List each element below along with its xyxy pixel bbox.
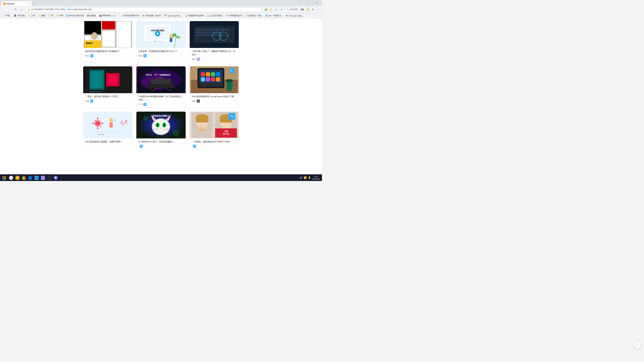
app-icon-mv: Ps	[144, 103, 146, 106]
forward-button[interactable]: →	[8, 7, 12, 12]
extensions-button[interactable]: 🧩	[264, 7, 268, 12]
course-thumbnail-ipad: Ps	[190, 66, 239, 93]
tab-close-button[interactable]: ✕	[28, 3, 30, 5]
taskbar-premiere[interactable]: Pr	[40, 175, 46, 181]
back-button[interactable]: ←	[1, 7, 6, 12]
favorite-button-mondrian[interactable]: ☆	[128, 54, 130, 57]
course-meta-icon: ☆	[85, 145, 130, 148]
course-card-jaw[interactable]: → Ps 干掉 双下巴 「Ps教程」摄影师是如何干掉双下巴的？	[190, 112, 239, 150]
svg-point-93	[115, 122, 116, 122]
course-info-mondrian: 如何快速实现蒙德里安几何抽象风？ 初级 Ps ☆	[83, 48, 132, 59]
svg-point-85	[97, 118, 98, 119]
search-icon: 🔍	[286, 8, 289, 11]
course-card-mondrian[interactable]: 蒙德里安 如何快速实现蒙德里安几何抽象风？ 初级 Ps ☆	[83, 21, 132, 62]
download-icon[interactable]: ⬇	[310, 7, 315, 12]
course-card-bilibili[interactable]: B站封面的秘密	[136, 21, 186, 62]
address-input[interactable]: 🔒 北京我也爱你们科技有限公司官方网站 https://www.doyoudo.…	[26, 7, 262, 12]
refresh-button[interactable]: ↻	[14, 7, 18, 12]
course-card-icon[interactable]: · free icon 200+新冠疫情主题图标，免费可商用！ ☆	[83, 112, 132, 150]
course-thumbnail-jaw: → Ps 干掉 双下巴	[190, 112, 239, 138]
active-tab[interactable]: d doyoudo ✕	[1, 1, 32, 6]
tray-clock[interactable]: 4:16 2020/6/21	[312, 175, 320, 180]
app-icon-caption: Pr	[197, 58, 200, 61]
taskbar-discord[interactable]: 💬	[53, 175, 59, 181]
site-name: 北京我也爱你们科技有限公司官方网站	[31, 8, 65, 10]
bookmark-item-10[interactable]: 🍉 西瓜视频 · 头条号	[141, 14, 162, 18]
search-box[interactable]: 🔍 在此搜索	[285, 7, 299, 12]
password-icon[interactable]: 🔑	[305, 7, 310, 12]
bookmark-item-14[interactable]: 📍 IP高精度定位IP	[224, 14, 244, 18]
course-meta-caption: 初级 Pr ☆	[192, 57, 237, 61]
bookmark-item-1[interactable]: 📱 手机书签	[12, 14, 26, 18]
level-badge-caption: 初级	[192, 58, 196, 60]
course-card-design[interactable]: DESIGN THEORY 「理论」提升设计质量的 5 个技巧 初级 Ps ☆	[83, 66, 132, 108]
settings-icon[interactable]: ⋯	[316, 7, 321, 12]
new-tab-button[interactable]: +	[32, 2, 36, 6]
close-button[interactable]: ✕	[313, 1, 321, 5]
taskbar-edge[interactable]: e	[27, 175, 33, 181]
bookmark-item-0[interactable]: ☆ 书签	[1, 14, 11, 18]
bookmark-button[interactable]: ☆	[274, 7, 279, 12]
bookmark-item-3[interactable]: 📁 破解	[37, 14, 46, 18]
music-icon-9: ♪	[120, 14, 122, 17]
favorite-button-caption[interactable]: ☆	[234, 57, 237, 61]
bookmark-item-7[interactable]: 💾 城通盘	[86, 14, 98, 18]
favorite-button-cat[interactable]: ☆	[181, 145, 184, 148]
bookmark-item-4[interactable]: 📁 币	[47, 14, 54, 18]
course-card-ipad[interactable]: Ps iPad 最强剪辑软件 LumaFusion 快速入门课 初级 LF ☆	[190, 66, 239, 108]
folder-icon-5: 📁	[56, 14, 58, 17]
taskbar-chrome[interactable]	[21, 175, 27, 181]
svg-rect-71	[227, 81, 232, 91]
bookmark-item-6[interactable]: 🌐 MSDN, 我告诉你	[65, 14, 85, 18]
taskbar-davinci[interactable]: DV	[46, 175, 52, 181]
favorite-button-mv[interactable]: ☆	[181, 103, 184, 106]
bookmark-label-5: 外网	[59, 14, 63, 17]
favorite-button-icon[interactable]: ☆	[128, 145, 130, 148]
disk-icon-7: 💾	[87, 14, 90, 17]
taskbar-photoshop[interactable]: Ps	[34, 175, 40, 181]
bookmark-item-9[interactable]: ♪ 抖音创作服务平台	[119, 14, 141, 18]
bookmark-item-11[interactable]: 📅 Upcoming Rele...	[163, 14, 183, 18]
course-card-caption[interactable]: 【加字幕】别找了！视频加字幕最快方法！没有之一！ 初级 Pr ☆	[190, 21, 239, 62]
gaming-icon[interactable]: 🎮	[300, 7, 304, 12]
course-card-cat[interactable]: 奇怪的知识增加了 4个神奇的 PS 技巧，学到就是赚到！ Ps ☆	[136, 112, 186, 150]
tab-bar: d doyoudo ✕ +	[1, 0, 296, 6]
home-button[interactable]: ⌂	[20, 7, 24, 12]
course-meta-mv: 中级 Ps ☆	[138, 103, 184, 106]
history-button[interactable]: ↩	[280, 7, 284, 12]
bookmark-item-16[interactable]: 🌐 ipfs · 中国官方...	[264, 14, 284, 18]
folder-icon-3: 📁	[38, 14, 40, 17]
course-info-jaw: 「Ps教程」摄影师是如何干掉双下巴的？ Ps ☆	[190, 138, 239, 150]
start-button[interactable]	[1, 175, 8, 181]
favorite-button-design[interactable]: ☆	[128, 99, 130, 103]
content-inner: 蒙德里安 如何快速实现蒙德里安几何抽象风？ 初级 Ps ☆	[80, 18, 242, 152]
level-badge-mondrian: 初级	[85, 55, 89, 57]
course-meta-design: 初级 Ps ☆	[85, 99, 130, 103]
course-meta-jaw: Ps ☆	[192, 145, 237, 148]
content-area[interactable]: 蒙德里安 如何快速实现蒙德里安几何抽象风？ 初级 Ps ☆	[0, 18, 322, 174]
taskbar-search[interactable]: 🔍	[8, 175, 14, 181]
svg-rect-67	[206, 77, 210, 81]
course-info-cat: 4个神奇的 PS 技巧，学到就是赚到！ Ps ☆	[136, 138, 186, 150]
svg-rect-2	[102, 21, 116, 29]
course-card-mv[interactable]: 用PS为 MV 绘制逐帧动画 — doyoudo — 不就是给MV画逐帧动画嘛？…	[136, 66, 186, 108]
favorite-button-ipad[interactable]: ☆	[234, 99, 237, 103]
minimize-button[interactable]: ─	[297, 1, 304, 5]
bookmark-item-5[interactable]: 📁 外网	[55, 14, 64, 18]
svg-rect-8	[84, 40, 101, 48]
favorite-button-bilibili[interactable]: ☆	[181, 54, 184, 57]
svg-point-115	[144, 116, 148, 121]
maximize-button[interactable]: □	[305, 1, 312, 5]
svg-point-18	[157, 41, 158, 42]
bookmark-item-2[interactable]: 📁 工作	[27, 14, 36, 18]
bookmark-item-13[interactable]: ☁ 云主机·控制台	[206, 14, 224, 18]
favorite-button-jaw[interactable]: ☆	[234, 145, 237, 148]
bookmark-item-8[interactable]: 📺 哔哩哔哩（'·ω·）	[98, 14, 118, 18]
bookmark-item-17[interactable]: ▶ Free porn video...	[284, 14, 305, 18]
taskbar-file-explorer[interactable]: 📁	[14, 175, 20, 181]
chat-icon: 💬	[245, 14, 248, 17]
svg-point-123	[198, 129, 206, 131]
bookmark-item-12[interactable]: 📡 高精度IP地址查询	[184, 14, 205, 18]
bookmark-item-15[interactable]: 💬 乐易论坛·只做...	[244, 14, 264, 18]
profile-button[interactable]: ⚡	[269, 7, 274, 12]
